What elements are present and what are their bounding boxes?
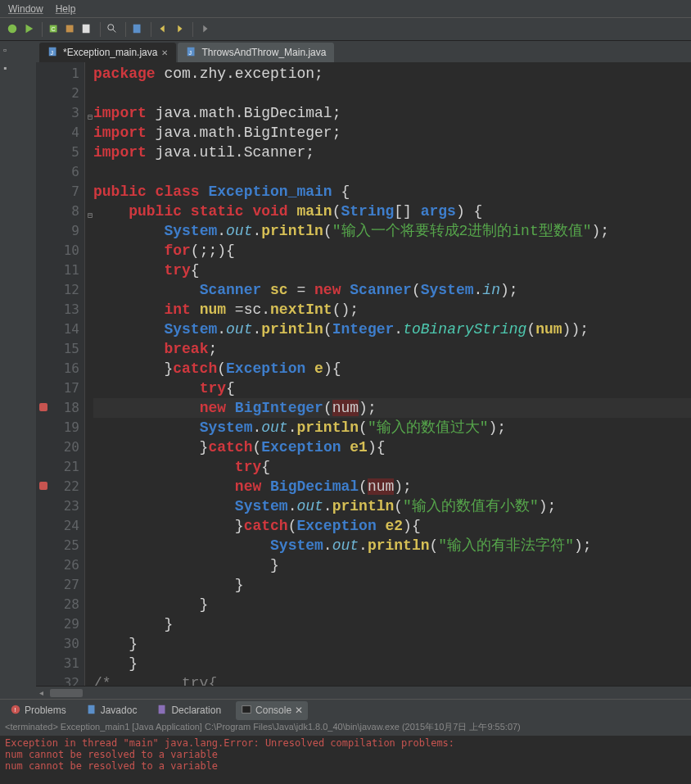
code-line[interactable]: import java.math.BigDecimal; xyxy=(93,103,691,123)
line-number: 7 xyxy=(46,182,84,202)
horizontal-scrollbar[interactable]: ◂ xyxy=(36,686,691,699)
scroll-left-icon[interactable]: ◂ xyxy=(39,688,43,697)
svg-line-7 xyxy=(113,29,116,32)
code-body[interactable]: package com.zhy.exception;import java.ma… xyxy=(85,62,691,686)
tab-problems[interactable]: ! Problems xyxy=(5,701,71,720)
code-line[interactable]: break; xyxy=(93,339,691,359)
new-class-icon[interactable]: C xyxy=(48,23,61,36)
code-line[interactable] xyxy=(93,162,691,182)
line-number: 8 xyxy=(46,202,84,221)
last-edit-icon[interactable] xyxy=(199,23,212,36)
code-line[interactable]: new BigDecimal(num); xyxy=(93,477,691,496)
svg-text:J: J xyxy=(189,49,192,55)
line-number: 4 xyxy=(46,123,84,143)
search-icon[interactable] xyxy=(106,23,120,36)
tab-console[interactable]: Console ✕ xyxy=(236,701,308,720)
code-line[interactable]: Scanner sc = new Scanner(System.in); xyxy=(93,280,691,300)
code-line[interactable]: try{ xyxy=(93,261,691,280)
line-number: 30 xyxy=(46,634,84,654)
tab-javadoc[interactable]: Javadoc xyxy=(81,701,142,720)
svg-rect-8 xyxy=(133,24,141,33)
svg-text:!: ! xyxy=(14,705,16,713)
code-line[interactable]: } xyxy=(93,555,691,575)
svg-text:C: C xyxy=(52,25,56,31)
line-number: 6 xyxy=(46,162,84,182)
code-line[interactable]: System.out.println("输入一个将要转成2进制的int型数值")… xyxy=(93,221,691,241)
scrollbar-thumb[interactable] xyxy=(50,689,83,697)
code-line[interactable]: } xyxy=(93,634,691,654)
line-number: 23 xyxy=(46,496,84,516)
new-package-icon[interactable] xyxy=(65,23,78,36)
code-line[interactable]: /* try{ xyxy=(93,673,691,686)
line-number: 20 xyxy=(46,437,84,457)
close-icon[interactable]: ✕ xyxy=(295,705,303,716)
minimize-icon[interactable]: ▫ xyxy=(3,44,33,56)
java-file-icon: J xyxy=(47,46,59,60)
code-line[interactable]: } xyxy=(93,654,691,673)
code-editor[interactable]: 1234567891011121314151617181920212223242… xyxy=(36,62,691,686)
code-line[interactable]: for(;;){ xyxy=(93,241,691,261)
menu-window[interactable]: Window xyxy=(8,3,43,15)
line-number: 1 xyxy=(46,64,84,84)
svg-rect-20 xyxy=(242,705,251,713)
code-line[interactable]: } xyxy=(93,575,691,595)
editor-area: J *Exception_main.java ✕ J ThrowsAndThro… xyxy=(36,41,691,699)
line-number: 10 xyxy=(46,241,84,261)
line-number: 22 xyxy=(46,477,84,496)
code-line[interactable]: }catch(Exception e1){ xyxy=(93,437,691,457)
bottom-panel: ! Problems Javadoc Declaration Console ✕… xyxy=(0,699,691,784)
restore-icon[interactable]: ▪ xyxy=(3,62,33,74)
code-line[interactable]: System.out.println("输入的有非法字符"); xyxy=(93,536,691,555)
line-number: 21 xyxy=(46,457,84,477)
close-icon[interactable]: ✕ xyxy=(161,48,168,57)
back-icon[interactable] xyxy=(157,23,170,36)
code-line[interactable]: try{ xyxy=(93,378,691,398)
toggle-mark-icon[interactable] xyxy=(132,23,145,36)
code-line[interactable] xyxy=(93,84,691,103)
code-line[interactable]: public class Exception_main { xyxy=(93,182,691,202)
code-line[interactable]: try{ xyxy=(93,457,691,477)
code-line[interactable]: package com.zhy.exception; xyxy=(93,64,691,84)
debug-icon[interactable] xyxy=(7,23,20,36)
open-type-icon[interactable] xyxy=(81,23,94,36)
console-line: num cannot be resolved to a variable xyxy=(5,749,686,760)
line-number: 28 xyxy=(46,595,84,614)
tab-declaration[interactable]: Declaration xyxy=(151,701,226,720)
code-line[interactable]: } xyxy=(93,614,691,634)
line-number: 3 xyxy=(46,103,84,123)
line-number-gutter: 1234567891011121314151617181920212223242… xyxy=(46,62,85,686)
code-line[interactable]: new BigInteger(num); xyxy=(93,398,691,418)
run-icon[interactable] xyxy=(23,23,36,36)
line-number: 11 xyxy=(46,261,84,280)
code-line[interactable]: }catch(Exception e){ xyxy=(93,359,691,378)
console-icon xyxy=(241,704,252,718)
code-line[interactable]: } xyxy=(93,595,691,614)
tab-label: ThrowsAndThrow_Main.java xyxy=(201,47,326,58)
code-line[interactable]: public static void main(String[] args) { xyxy=(93,202,691,221)
line-number: 14 xyxy=(46,319,84,339)
line-number: 15 xyxy=(46,339,84,359)
code-line[interactable]: System.out.println(Integer.toBinaryStrin… xyxy=(93,319,691,339)
code-line[interactable]: }catch(Exception e2){ xyxy=(93,516,691,536)
code-line[interactable]: int num =sc.nextInt(); xyxy=(93,300,691,319)
code-line[interactable]: System.out.println("输入的数值有小数"); xyxy=(93,496,691,516)
line-number: 17 xyxy=(46,378,84,398)
line-number: 13 xyxy=(46,300,84,319)
line-number: 24 xyxy=(46,516,84,536)
svg-text:J: J xyxy=(51,49,54,55)
code-line[interactable]: import java.util.Scanner; xyxy=(93,143,691,162)
svg-point-0 xyxy=(8,24,17,33)
console-line: Exception in thread "main" java.lang.Err… xyxy=(5,737,686,749)
svg-rect-5 xyxy=(83,24,90,33)
left-sidebar: ▫ ▪ xyxy=(0,41,36,699)
line-number: 19 xyxy=(46,418,84,437)
tab-exception-main[interactable]: J *Exception_main.java ✕ xyxy=(39,43,176,62)
line-number: 2 xyxy=(46,84,84,103)
menu-help[interactable]: Help xyxy=(56,3,76,15)
forward-icon[interactable] xyxy=(174,23,187,36)
tab-throws-main[interactable]: J ThrowsAndThrow_Main.java xyxy=(178,43,334,62)
console-output[interactable]: Exception in thread "main" java.lang.Err… xyxy=(0,736,691,784)
line-number: 25 xyxy=(46,536,84,555)
code-line[interactable]: System.out.println("输入的数值过大"); xyxy=(93,418,691,437)
code-line[interactable]: import java.math.BigInteger; xyxy=(93,123,691,143)
